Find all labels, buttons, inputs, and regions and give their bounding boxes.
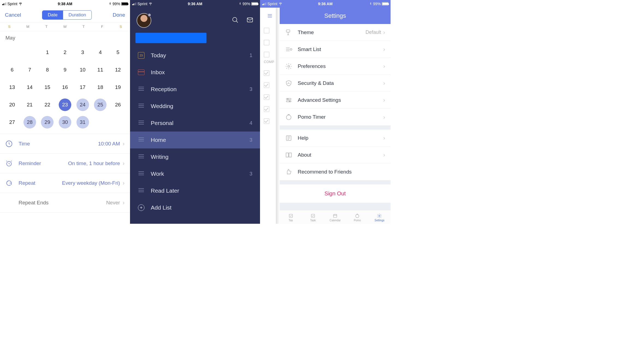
day-cell[interactable]: 17 bbox=[74, 79, 91, 96]
settings-row-security-data[interactable]: Security & Data › bbox=[280, 75, 391, 92]
done-button[interactable]: Done bbox=[113, 12, 125, 18]
checkbox-checked[interactable] bbox=[264, 118, 269, 124]
settings-row-pomo-timer[interactable]: Pomo Timer › bbox=[280, 109, 391, 126]
day-cell[interactable]: 20 bbox=[3, 96, 21, 114]
checkbox-checked[interactable] bbox=[264, 70, 269, 76]
sidebar-item-today[interactable]: 23 Today 1 bbox=[130, 47, 260, 64]
day-cell[interactable]: 31 bbox=[74, 114, 91, 131]
day-cell[interactable]: 2 bbox=[56, 44, 74, 61]
day-cell[interactable]: 6 bbox=[3, 61, 21, 79]
settings-row-help[interactable]: Help › bbox=[280, 130, 391, 147]
search-icon[interactable] bbox=[232, 16, 239, 25]
day-cell[interactable]: 3 bbox=[74, 44, 91, 61]
plus-circle-icon: + bbox=[138, 204, 144, 211]
list-icon bbox=[138, 154, 144, 160]
signal-icon bbox=[2, 2, 6, 5]
day-cell[interactable]: 22 bbox=[39, 96, 56, 114]
day-cell[interactable]: 27 bbox=[3, 114, 21, 131]
day-cell[interactable]: 24 bbox=[74, 96, 91, 114]
wifi-icon bbox=[149, 2, 152, 6]
date-duration-segmented[interactable]: Date Duration bbox=[42, 10, 92, 20]
day-cell[interactable]: 18 bbox=[91, 79, 109, 96]
checkbox-unchecked[interactable] bbox=[264, 40, 269, 45]
book-icon bbox=[285, 151, 292, 159]
sidebar-item-wedding[interactable]: Wedding bbox=[130, 98, 260, 115]
chevron-right-icon: › bbox=[383, 29, 385, 35]
tab-tasks-cut[interactable]: Tas bbox=[280, 211, 302, 224]
pomo-icon bbox=[285, 114, 292, 121]
settings-row-advanced-settings[interactable]: Advanced Settings › bbox=[280, 92, 391, 109]
tab-calendar[interactable]: Calendar bbox=[324, 211, 346, 224]
repeat-row[interactable]: Repeat Every weekday (Mon-Fri) › bbox=[0, 173, 130, 193]
carrier-label: Sprint bbox=[137, 2, 147, 6]
checkbox-unchecked[interactable] bbox=[264, 28, 269, 33]
time-row[interactable]: Time 10:00 AM › bbox=[0, 134, 130, 154]
settings-row-smart-list[interactable]: Smart List › bbox=[280, 41, 391, 58]
add-list-button[interactable]: + Add List bbox=[130, 199, 260, 216]
sidebar-item-work[interactable]: Work 3 bbox=[130, 165, 260, 182]
day-cell[interactable]: 8 bbox=[39, 61, 56, 79]
tab-settings[interactable]: Settings bbox=[368, 211, 391, 224]
day-cell[interactable]: 5 bbox=[109, 44, 127, 61]
tab-task[interactable]: Task bbox=[302, 211, 324, 224]
day-cell[interactable]: 9 bbox=[56, 61, 74, 79]
sidebar-item-personal[interactable]: Personal 4 bbox=[130, 115, 260, 132]
day-cell[interactable]: 12 bbox=[109, 61, 127, 79]
wifi-icon bbox=[19, 2, 22, 6]
tab-pomo[interactable]: Pomo bbox=[346, 211, 368, 224]
day-cell[interactable]: 14 bbox=[21, 79, 39, 96]
segment-date[interactable]: Date bbox=[42, 11, 63, 19]
checkbox-checked[interactable] bbox=[264, 106, 269, 112]
battery-icon bbox=[382, 2, 388, 5]
day-cell[interactable]: 13 bbox=[3, 79, 21, 96]
sidebar-item-writing[interactable]: Writing bbox=[130, 148, 260, 165]
avatar[interactable] bbox=[137, 13, 151, 28]
day-cell[interactable]: 29 bbox=[39, 114, 56, 131]
sidebar-item-reception[interactable]: Reception 3 bbox=[130, 81, 260, 98]
mail-icon[interactable] bbox=[246, 16, 253, 25]
svg-rect-14 bbox=[311, 214, 315, 217]
svg-point-17 bbox=[379, 215, 380, 217]
sidebar-item-home[interactable]: Home 3 bbox=[130, 132, 260, 148]
checkbox-checked[interactable] bbox=[264, 94, 269, 100]
day-cell[interactable]: 7 bbox=[21, 61, 39, 79]
settings-row-recommend-to-friends[interactable]: Recommend to Friends bbox=[280, 163, 391, 180]
completed-section-label: COMP bbox=[260, 57, 280, 67]
day-cell[interactable]: 21 bbox=[21, 96, 39, 114]
svg-point-6 bbox=[288, 65, 290, 67]
day-cell[interactable]: 11 bbox=[91, 61, 109, 79]
status-bar: Sprint 9:36 AM 99% bbox=[130, 0, 260, 8]
day-cell[interactable]: 16 bbox=[56, 79, 74, 96]
hamburger-icon[interactable] bbox=[260, 8, 280, 24]
day-cell[interactable]: 4 bbox=[91, 44, 109, 61]
day-cell[interactable]: 10 bbox=[74, 61, 91, 79]
chevron-right-icon: › bbox=[383, 114, 385, 120]
repeat-ends-row[interactable]: Repeat Ends Never › bbox=[0, 193, 130, 213]
day-cell[interactable]: 19 bbox=[109, 79, 127, 96]
day-cell[interactable]: 15 bbox=[39, 79, 56, 96]
inbox-icon bbox=[138, 70, 144, 75]
chevron-right-icon: › bbox=[123, 160, 125, 166]
sidebar-item-read-later[interactable]: Read Later bbox=[130, 182, 260, 199]
cancel-button[interactable]: Cancel bbox=[5, 12, 21, 18]
settings-row-about[interactable]: About › bbox=[280, 147, 391, 163]
settings-row-theme[interactable]: Theme Default › bbox=[280, 24, 391, 41]
segment-duration[interactable]: Duration bbox=[63, 11, 91, 19]
month-label: May bbox=[0, 31, 130, 44]
reminder-row[interactable]: Reminder On time, 1 hour before › bbox=[0, 154, 130, 173]
list-icon bbox=[138, 137, 144, 143]
day-cell[interactable]: 1 bbox=[39, 44, 56, 61]
chevron-right-icon: › bbox=[383, 63, 385, 69]
day-cell[interactable]: 28 bbox=[21, 114, 39, 131]
day-cell[interactable]: 25 bbox=[91, 96, 109, 114]
sidebar-item-inbox[interactable]: Inbox bbox=[130, 64, 260, 81]
day-cell-selected[interactable]: 23 bbox=[56, 96, 74, 114]
sign-out-button[interactable]: Sign Out bbox=[280, 184, 391, 203]
settings-row-preferences[interactable]: Preferences › bbox=[280, 58, 391, 75]
day-cell[interactable]: 30 bbox=[56, 114, 74, 131]
svg-rect-13 bbox=[289, 214, 293, 217]
checkbox-checked[interactable] bbox=[264, 82, 269, 88]
checkbox-unchecked[interactable] bbox=[264, 52, 269, 57]
svg-point-11 bbox=[286, 115, 291, 120]
day-cell[interactable]: 26 bbox=[109, 96, 127, 114]
